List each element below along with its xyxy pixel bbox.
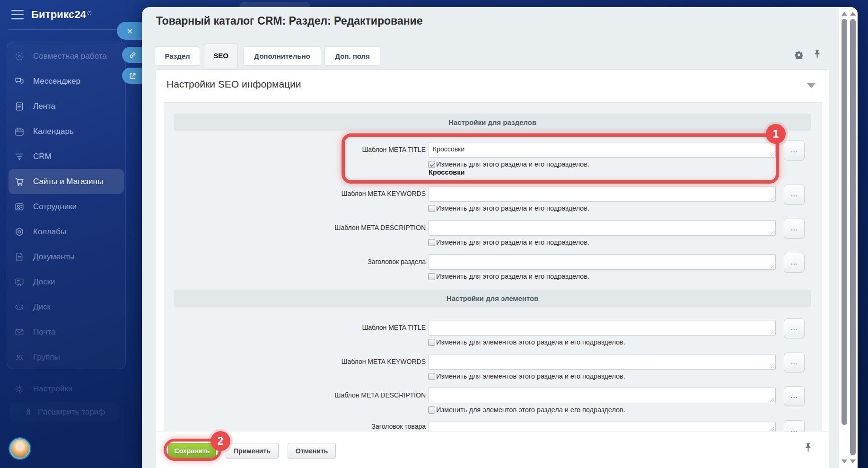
field-label-meta-keywords: Шаблон META KEYWORDS bbox=[265, 190, 426, 197]
sidebar-item-label: Календарь bbox=[33, 127, 74, 136]
sidebar-item-boards[interactable]: Доски bbox=[9, 269, 124, 294]
messenger-icon bbox=[14, 76, 25, 87]
crm-icon bbox=[14, 151, 25, 162]
product-title-input[interactable] bbox=[429, 422, 776, 432]
sidebar-item-label: Лента bbox=[33, 102, 55, 111]
tab-seo[interactable]: SEO bbox=[204, 44, 238, 69]
tab-razdel[interactable]: Раздел bbox=[155, 46, 200, 66]
scrollbar-thumb-outer[interactable] bbox=[850, 19, 856, 455]
scroll-up-arrow-inner[interactable] bbox=[842, 12, 847, 16]
logo-mark: ◷ bbox=[87, 9, 92, 15]
meta-description-more-button[interactable]: ... bbox=[784, 219, 805, 238]
checkbox-label: Изменить для этого раздела и его подразд… bbox=[436, 160, 589, 168]
boards-icon bbox=[14, 277, 25, 287]
sidebar: Битрикс24◷ Совместная работа Мессенджер … bbox=[0, 0, 142, 468]
sidebar-item-label: Коллабы bbox=[33, 227, 66, 237]
el-meta-keywords-more-button[interactable]: ... bbox=[784, 353, 805, 372]
calendar-icon bbox=[14, 126, 25, 137]
collabs-icon bbox=[14, 227, 25, 237]
meta-keywords-input[interactable] bbox=[429, 186, 776, 202]
checkbox-label: Изменить для элементов этого раздела и е… bbox=[436, 372, 625, 380]
sidebar-item-crm[interactable]: CRM bbox=[9, 144, 124, 169]
sidebar-item-label: Совместная работа bbox=[33, 52, 107, 61]
field-label-meta-description: Шаблон META DESCRIPTION bbox=[265, 224, 426, 231]
field-label-section-title: Заголовок раздела bbox=[265, 258, 426, 265]
feed-icon bbox=[14, 101, 25, 112]
sidebar-item-label: Группы bbox=[33, 353, 60, 362]
cancel-button[interactable]: Отменить bbox=[288, 443, 336, 459]
sidebar-item-collabs[interactable]: Коллабы bbox=[9, 219, 124, 244]
meta-title-input[interactable]: Кроссовки bbox=[429, 142, 776, 158]
groups-icon bbox=[14, 352, 25, 362]
meta-keywords-checkbox[interactable] bbox=[428, 205, 435, 212]
sidebar-item-messenger[interactable]: Мессенджер bbox=[9, 69, 124, 94]
sidebar-item-documents[interactable]: Документы bbox=[9, 244, 124, 269]
field-label-el-meta-description: Шаблон META DESCRIPTION bbox=[265, 391, 426, 399]
field-label-meta-title: Шаблон META TITLE bbox=[265, 146, 426, 153]
sidebar-item-label: Диск bbox=[33, 302, 51, 312]
sidebar-item-label: Настройки bbox=[33, 384, 72, 394]
meta-title-more-button[interactable]: ... bbox=[784, 141, 805, 160]
external-link-icon bbox=[129, 72, 137, 80]
meta-title-checkbox-checked[interactable] bbox=[428, 161, 435, 168]
el-meta-description-checkbox[interactable] bbox=[428, 406, 435, 414]
tab-dop-polya[interactable]: Доп. поля bbox=[324, 46, 380, 66]
field-label-el-meta-keywords: Шаблон META KEYWORDS bbox=[265, 358, 426, 365]
open-in-new-window-button[interactable] bbox=[122, 68, 143, 84]
user-avatar[interactable] bbox=[9, 438, 30, 459]
el-meta-keywords-checkbox[interactable] bbox=[428, 373, 435, 380]
section-title-more-button[interactable]: ... bbox=[784, 253, 805, 273]
pin-icon[interactable] bbox=[813, 49, 821, 59]
disk-icon bbox=[14, 302, 25, 312]
link-icon bbox=[129, 51, 137, 59]
page: Битрикс24◷ Совместная работа Мессенджер … bbox=[0, 0, 868, 468]
copy-link-button[interactable] bbox=[122, 47, 143, 63]
apply-button[interactable]: Применить bbox=[226, 443, 279, 459]
bitrix24-logo: Битрикс24◷ bbox=[31, 9, 92, 21]
sidebar-item-calendar[interactable]: Календарь bbox=[9, 119, 124, 144]
el-meta-description-input[interactable] bbox=[429, 388, 776, 403]
documents-icon bbox=[14, 252, 25, 262]
scrollbar-region bbox=[839, 7, 858, 468]
scroll-up-arrow-outer[interactable] bbox=[850, 12, 856, 16]
seo-section-heading: Настройки SEO информации bbox=[167, 79, 301, 90]
sidebar-item-label: CRM bbox=[33, 152, 52, 161]
sidebar-item-mail[interactable]: Почта bbox=[9, 319, 124, 344]
field-label-el-meta-title: Шаблон META TITLE bbox=[265, 324, 426, 331]
meta-description-checkbox[interactable] bbox=[428, 239, 435, 246]
scrollbar-thumb-inner[interactable] bbox=[842, 19, 847, 425]
group-header-sections: Настройки для разделов bbox=[174, 114, 811, 131]
sidebar-item-disk[interactable]: Диск bbox=[9, 294, 124, 319]
upgrade-plan-label: Расширить тариф bbox=[38, 407, 105, 417]
el-meta-title-more-button[interactable]: ... bbox=[784, 318, 805, 338]
meta-keywords-more-button[interactable]: ... bbox=[784, 185, 805, 204]
slider-title: Товарный каталог CRM: Раздел: Редактиров… bbox=[156, 15, 423, 27]
employees-icon bbox=[14, 202, 25, 212]
tab-dopolnitelno[interactable]: Дополнительно bbox=[243, 46, 321, 66]
footer-pin-icon[interactable] bbox=[804, 443, 812, 453]
section-title-checkbox[interactable] bbox=[428, 273, 435, 280]
sidebar-item-employees[interactable]: Сотрудники bbox=[9, 194, 124, 219]
sidebar-item-sites-stores[interactable]: Сайты и Магазины bbox=[9, 169, 124, 194]
collapse-chevron-icon[interactable] bbox=[807, 83, 815, 88]
upgrade-plan-button[interactable]: Расширить тариф bbox=[9, 402, 119, 422]
sidebar-item-groups[interactable]: Группы bbox=[9, 344, 124, 370]
close-slider-button[interactable]: × bbox=[117, 22, 143, 40]
scroll-down-arrow-outer[interactable] bbox=[850, 459, 856, 463]
el-meta-keywords-input[interactable] bbox=[429, 354, 776, 370]
scroll-down-arrow-inner[interactable] bbox=[842, 459, 847, 463]
close-icon: × bbox=[127, 26, 132, 36]
section-title-input[interactable] bbox=[429, 254, 776, 270]
meta-description-input[interactable] bbox=[429, 220, 776, 236]
el-meta-title-input[interactable] bbox=[429, 320, 776, 336]
settings-icon bbox=[14, 384, 25, 394]
el-meta-title-checkbox[interactable] bbox=[428, 339, 435, 346]
sidebar-item-settings[interactable]: Настройки bbox=[9, 376, 124, 401]
checkbox-label: Изменить для элементов этого раздела и е… bbox=[436, 406, 625, 414]
sidebar-item-collaboration[interactable]: Совместная работа bbox=[9, 44, 124, 69]
sidebar-item-feed[interactable]: Лента bbox=[9, 94, 124, 119]
hamburger-menu-icon[interactable] bbox=[11, 10, 24, 19]
el-meta-description-more-button[interactable]: ... bbox=[784, 386, 805, 406]
save-button[interactable]: Сохранить bbox=[168, 443, 216, 459]
settings-gear-icon[interactable] bbox=[795, 51, 803, 59]
